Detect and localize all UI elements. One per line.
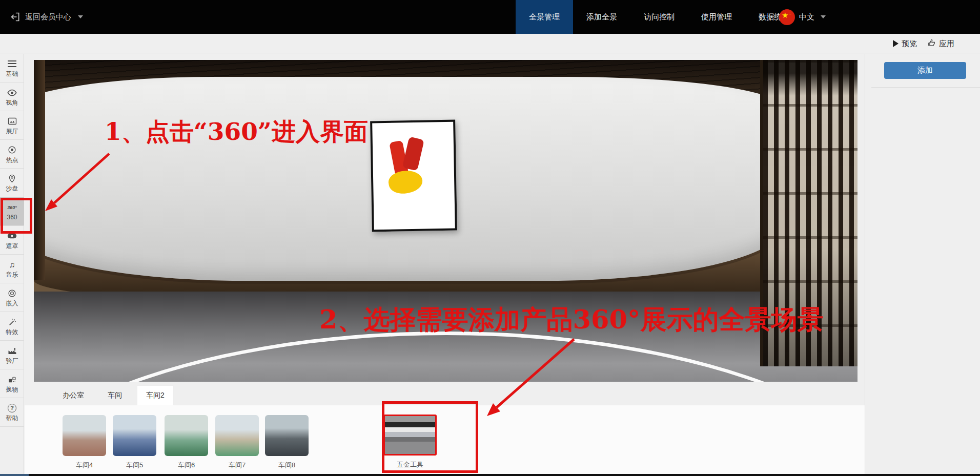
annotation-step2: 2、选择需要添加产品360°展示的全景场景 [319, 302, 823, 338]
bottom-edge-strip [0, 474, 980, 476]
annotation-step1: 1、点击“360”进入界面 [105, 116, 368, 148]
eye-icon [7, 88, 17, 98]
scene-thumbnail[interactable]: 车间7 [215, 415, 259, 470]
sidebar-item-factory-tour[interactable]: 验厂 [0, 341, 24, 369]
top-bar: 返回会员中心 全景管理 添加全景 访问控制 使用管理 数据统计 ★ ∴ 中文 [0, 0, 980, 34]
divider [871, 87, 980, 88]
toolbar-row: 预览 应用 [0, 34, 980, 53]
panorama-thumbnail-image [215, 415, 259, 456]
list-icon [8, 59, 16, 69]
scene-thumbnail[interactable]: 车间6 [165, 415, 208, 470]
hotspot-icon [8, 145, 16, 155]
map-pin-icon [8, 174, 16, 184]
right-panel-divider [865, 54, 865, 474]
language-label: 中文 [799, 12, 814, 22]
sidebar-item-music[interactable]: ♫ 音乐 [0, 255, 24, 283]
preview-button[interactable]: 预览 [893, 39, 917, 49]
bottom-edge-strip-left [0, 474, 29, 476]
language-selector[interactable]: ★ ∴ 中文 [779, 0, 826, 34]
factory-icon [8, 346, 17, 356]
nav-pano-management[interactable]: 全景管理 [516, 0, 573, 34]
chevron-down-icon [821, 15, 826, 18]
music-icon: ♫ [9, 260, 15, 270]
showroom-left-wall [34, 60, 45, 280]
tab-office[interactable]: 办公室 [54, 385, 93, 405]
panorama-thumbnail-image [63, 415, 106, 456]
preview-label: 预览 [902, 39, 917, 49]
apply-button[interactable]: 应用 [927, 38, 954, 49]
nav-access-control[interactable]: 访问控制 [630, 0, 688, 34]
add-button[interactable]: 添加 [884, 62, 966, 79]
apply-label: 应用 [939, 39, 954, 49]
scene-thumbnail[interactable]: 车间5 [113, 415, 156, 470]
annotation-box-thumbnail [382, 401, 478, 473]
exit-icon [10, 12, 21, 22]
sidebar-item-hotspot[interactable]: 热点 [0, 140, 24, 169]
hall-icon [8, 116, 17, 127]
sidebar-item-viewpoint[interactable]: 视角 [0, 82, 24, 111]
back-label: 返回会员中心 [25, 12, 71, 22]
panorama-thumbnail-image [165, 415, 208, 456]
help-icon: ? [8, 403, 16, 413]
red-tool-shape [402, 136, 424, 171]
magic-wand-icon [8, 317, 16, 327]
sidebar-item-embed[interactable]: 嵌入 [0, 283, 24, 312]
back-to-member-center[interactable]: 返回会员中心 [10, 0, 83, 34]
annotation-box-360-item [1, 198, 32, 234]
sidebar-item-effects[interactable]: 特效 [0, 312, 24, 341]
panorama-thumbnail-image [265, 415, 309, 456]
sidebar-item-sandbox[interactable]: 沙盘 [0, 169, 24, 197]
scene-group-tabs: 办公室 车间 车间2 [54, 385, 174, 405]
nav-add-pano[interactable]: 添加全景 [573, 0, 630, 34]
tab-workshop2[interactable]: 车间2 [137, 385, 174, 405]
play-icon [893, 40, 899, 47]
panorama-thumbnail-image [113, 415, 156, 456]
embed-icon [8, 288, 16, 299]
sidebar-item-hall[interactable]: 展厅 [0, 111, 24, 140]
tool-sidebar: 基础 视角 展厅 热点 沙盘 360° 36 [0, 54, 24, 474]
scene-thumbnail[interactable]: 车间8 [265, 415, 309, 470]
pointing-hand-icon [927, 38, 936, 49]
sidebar-item-basic[interactable]: 基础 [0, 54, 24, 82]
china-flag-icon: ★ ∴ [779, 9, 795, 25]
product-poster[interactable] [370, 120, 457, 232]
nav-usage-management[interactable]: 使用管理 [688, 0, 745, 34]
sidebar-item-help[interactable]: ? 帮助 [0, 398, 24, 427]
sidebar-item-swap-object[interactable]: 换物 [0, 369, 24, 398]
swap-object-icon [8, 375, 16, 385]
chevron-down-icon [78, 15, 83, 18]
main-nav: 全景管理 添加全景 访问控制 使用管理 数据统计 [516, 0, 803, 34]
scene-thumbnail[interactable]: 车间4 [63, 415, 106, 470]
app-window: 返回会员中心 全景管理 添加全景 访问控制 使用管理 数据统计 ★ ∴ 中文 预… [0, 0, 980, 476]
yellow-tool-shape [387, 168, 424, 196]
tab-workshop[interactable]: 车间 [99, 385, 131, 405]
